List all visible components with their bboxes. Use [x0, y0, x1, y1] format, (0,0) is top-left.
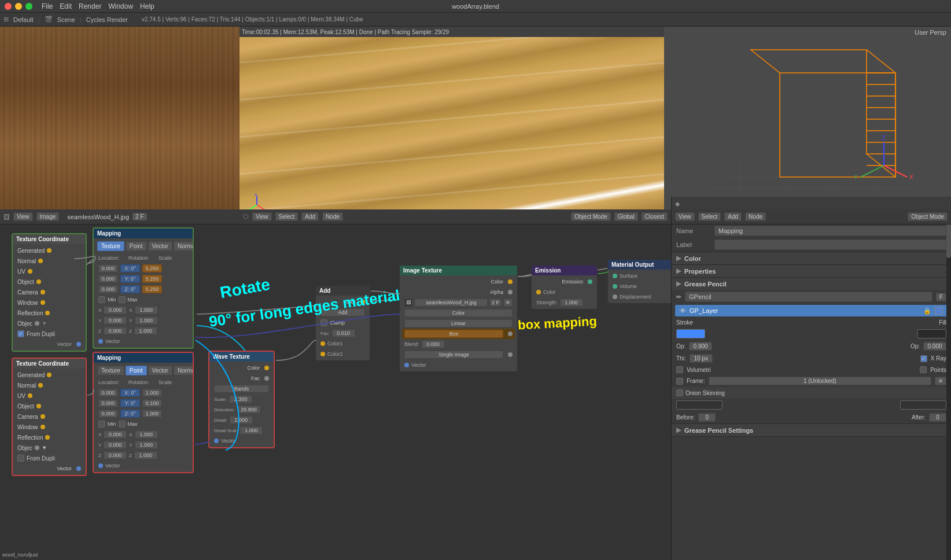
it-box[interactable]: Box: [404, 330, 503, 338]
mapping-2-y-loc[interactable]: 0.000: [98, 399, 118, 407]
mapping-2-y-scale[interactable]: 0.100: [142, 399, 162, 407]
mo-volume-socket[interactable]: [613, 284, 617, 289]
tc1-norm-socket[interactable]: [38, 259, 43, 263]
emission-node[interactable]: Emission Emission Color Strength: 1.000: [531, 265, 598, 310]
mapping-2-tab-point[interactable]: Point: [126, 366, 147, 375]
add-color-socket-out[interactable]: [360, 300, 365, 304]
mapping-1-tab-normal[interactable]: Normal: [174, 241, 194, 251]
wave-vec-socket[interactable]: [214, 439, 219, 443]
tc1-gen-socket[interactable]: [47, 248, 51, 253]
maximize-button[interactable]: [25, 3, 32, 10]
mapping-2-tab-normal[interactable]: Normal: [174, 366, 194, 375]
rp-xray-check[interactable]: ✓: [920, 355, 927, 362]
mapping-2-max-xv[interactable]: 1.000: [135, 430, 158, 439]
mapping-2-max-check[interactable]: [119, 421, 126, 428]
tc1-uv-socket[interactable]: [28, 269, 32, 274]
wave-detscale-val[interactable]: 1.000: [239, 426, 263, 434]
add-fac-val[interactable]: 0.010: [332, 329, 355, 337]
add-node[interactable]: Add Color Add Clamp Fac: 0.010 Color1: [315, 285, 370, 361]
tc1-dupli-check[interactable]: ✓: [17, 330, 24, 337]
tc1-ref-socket[interactable]: [45, 311, 50, 315]
mapping-node-1[interactable]: Mapping Texture Point Vector Normal Loca…: [93, 227, 194, 349]
mapping-1-x-rot[interactable]: X: 0°: [120, 264, 140, 272]
wave-detail-val[interactable]: 2.000: [230, 416, 253, 424]
mapping-1-z-rot[interactable]: Z: 0°: [120, 285, 140, 293]
mapping-1-max-yv[interactable]: 1.000: [135, 316, 158, 325]
em-color-socket[interactable]: [536, 290, 541, 294]
mapping-2-min-xv[interactable]: 0.000: [104, 430, 127, 439]
wave-texture-node[interactable]: Wave Texture Color Fac Bands Scale: 2.30…: [208, 351, 275, 448]
rp-before-val[interactable]: 0: [698, 413, 716, 422]
rp-properties-header[interactable]: ▶ Properties: [672, 265, 951, 277]
rp-color-header[interactable]: ▶ Color: [672, 252, 951, 264]
mapping-1-y-scale[interactable]: 5.250: [142, 275, 162, 283]
mapping-1-x-scale[interactable]: 5.250: [142, 264, 162, 272]
it-close-btn[interactable]: ✕: [503, 299, 513, 307]
rp-gp-settings-header[interactable]: ▶ Grease Pencil Settings: [672, 424, 951, 436]
rp-onion-before-color[interactable]: [676, 400, 723, 410]
rp-pts-check[interactable]: [920, 366, 927, 373]
mapping-2-x-rot[interactable]: X: 0°: [120, 389, 140, 397]
mapping-2-z-loc[interactable]: 0.000: [98, 410, 118, 418]
rp-scrollbar-thumb[interactable]: [946, 223, 951, 258]
rp-select-btn[interactable]: Select: [698, 212, 721, 221]
tc1-icon[interactable]: ▼: [42, 320, 47, 326]
tc2-ref-socket[interactable]: [45, 435, 50, 440]
mapping-2-vec-socket[interactable]: [98, 463, 103, 468]
texture-coord-node-2[interactable]: Texture Coordinate Generated Normal UV O…: [12, 358, 87, 476]
ne-global-btn[interactable]: Global: [614, 212, 638, 221]
ne-select-btn[interactable]: Select: [275, 212, 298, 221]
mapping-1-min-yv[interactable]: 0.000: [104, 316, 127, 325]
rp-stroke-opacity[interactable]: 0.900: [689, 342, 712, 351]
ne-add-btn[interactable]: Add: [301, 212, 319, 221]
em-emission-socket[interactable]: [588, 279, 592, 284]
ie-image-btn[interactable]: Image: [36, 212, 60, 221]
wave-color-socket[interactable]: [264, 366, 269, 370]
mapping-1-z-scale[interactable]: 5.250: [142, 285, 162, 293]
rp-frame-close[interactable]: ✕: [935, 377, 946, 385]
wave-fac-socket[interactable]: [264, 376, 269, 381]
rp-name-input[interactable]: [714, 226, 946, 236]
it-single-image[interactable]: Single Image: [404, 351, 503, 359]
rp-gp-lock-icon[interactable]: 🔒: [923, 307, 931, 315]
close-button[interactable]: [5, 3, 12, 10]
mapping-1-tab-texture[interactable]: Texture: [97, 241, 124, 251]
ie-view-btn[interactable]: View: [13, 212, 33, 221]
rp-node-btn[interactable]: Node: [745, 212, 766, 221]
tc2-win-socket[interactable]: [40, 425, 45, 429]
tc2-cam-socket[interactable]: [40, 414, 45, 419]
add-op-field[interactable]: Add: [320, 308, 365, 316]
mapping-1-min-xv[interactable]: 0.000: [104, 306, 127, 314]
mapping-1-max-zv[interactable]: 1.000: [134, 327, 157, 335]
mapping-node-2[interactable]: Mapping Texture Point Vector Normal Loca…: [93, 352, 194, 473]
mapping-2-tab-texture[interactable]: Texture: [97, 366, 124, 375]
rp-vol-check[interactable]: [676, 366, 683, 373]
mapping-2-z-scale[interactable]: 1.000: [142, 410, 162, 418]
rp-gp-eye-icon[interactable]: 👁: [680, 307, 686, 314]
add-color2-socket[interactable]: [320, 352, 325, 356]
mapping-2-min-zv[interactable]: 0.000: [104, 451, 127, 459]
texture-coord-node-1[interactable]: Texture Coordinate Generated Normal UV O…: [12, 233, 87, 352]
rp-thi-val[interactable]: 10 px: [690, 354, 713, 363]
rp-onion-header[interactable]: Onion Skinning: [672, 387, 951, 399]
image-texture-node[interactable]: Image Texture Color Alpha 🖼 seamlessWood…: [399, 265, 518, 372]
ne-node-btn[interactable]: Node: [322, 212, 343, 221]
rp-gp-pencil-input[interactable]: [685, 292, 932, 302]
mapping-2-min-check[interactable]: [98, 421, 105, 428]
mapping-2-max-yv[interactable]: 1.000: [135, 441, 158, 449]
mapping-2-x-loc[interactable]: 0.000: [98, 389, 118, 397]
wave-distortion-val[interactable]: 29.800: [237, 406, 260, 414]
rp-onion-check[interactable]: [676, 389, 683, 396]
wave-bands-field[interactable]: Bands: [214, 385, 269, 393]
rp-view-btn[interactable]: View: [675, 212, 695, 221]
rp-add-btn[interactable]: Add: [724, 212, 742, 221]
mapping-1-max-check[interactable]: [119, 296, 126, 303]
tc2-dupli-check[interactable]: [17, 455, 24, 462]
mapping-1-vec-in-socket[interactable]: [98, 339, 103, 344]
mapping-1-x-loc[interactable]: 0.000: [98, 264, 118, 272]
engine-label[interactable]: Cycles Render: [86, 16, 128, 23]
mapping-1-tab-vector[interactable]: Vector: [148, 241, 172, 251]
rp-fill-color[interactable]: [917, 329, 946, 338]
ne-object-mode[interactable]: Object Mode: [571, 212, 611, 221]
mapping-2-z-rot[interactable]: Z: 0°: [120, 410, 140, 418]
